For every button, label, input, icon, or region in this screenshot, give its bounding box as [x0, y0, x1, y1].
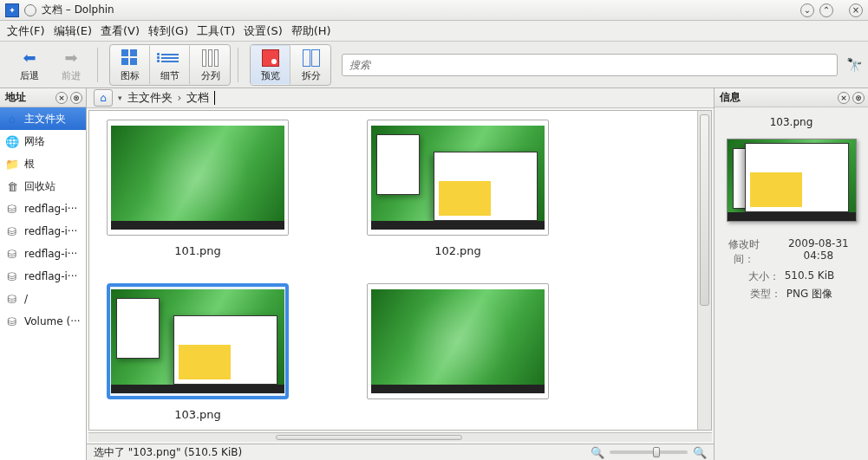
sidebar-item-3[interactable]: 🗑回收站	[0, 175, 86, 198]
scrollbar-vertical[interactable]	[697, 111, 711, 430]
menu-tools[interactable]: 工具(T)	[197, 23, 235, 39]
window-title: 文档 – Dolphin	[42, 3, 795, 17]
thumbnail	[367, 120, 549, 236]
trash-icon: 🗑	[5, 179, 19, 193]
info-preview	[727, 139, 857, 222]
close-button[interactable]: ×	[849, 3, 863, 17]
scrollbar-thumb[interactable]	[700, 114, 709, 306]
view-columns-button[interactable]: 分列	[190, 45, 230, 85]
menu-settings[interactable]: 设置(S)	[244, 23, 282, 39]
sidebar-item-label: /	[24, 293, 28, 305]
info-type-label: 类型：	[750, 287, 781, 301]
thumbnail	[107, 283, 289, 399]
app-icon: ✦	[5, 3, 19, 17]
zoom-knob[interactable]	[653, 447, 660, 457]
pin-icon[interactable]	[24, 4, 36, 16]
preview-split-group: 预览 拆分	[250, 44, 331, 86]
file-name: 102.png	[434, 244, 481, 257]
thumbnail	[107, 120, 289, 236]
info-mtime: 2009-08-31 04:58	[774, 237, 863, 267]
sidebar-item-2[interactable]: 📁根	[0, 152, 86, 175]
toolbar: ⬅ 后退 ➡ 前进 图标 细节 分列 预览 拆分 🔭	[0, 42, 868, 88]
view-icons-button[interactable]: 图标	[110, 45, 150, 85]
info-panel-title: 信息	[720, 90, 741, 105]
file-view[interactable]: 101.png102.png103.png	[89, 111, 697, 430]
sidebar-item-label: Volume (···	[24, 315, 81, 327]
scrollbar-thumb[interactable]	[276, 435, 463, 440]
sidebar-item-0[interactable]: ⌂主文件夹	[0, 107, 86, 130]
menu-file[interactable]: 文件(F)	[7, 23, 45, 39]
split-button[interactable]: 拆分	[290, 45, 330, 85]
search-box[interactable]	[342, 54, 838, 76]
file-item[interactable]: 101.png	[107, 120, 289, 257]
sidebar-item-7[interactable]: ⛁redflag-i···	[0, 265, 86, 288]
disk-icon: ⛁	[5, 292, 19, 306]
scrollbar-horizontal[interactable]	[88, 432, 712, 442]
maximize-button[interactable]: ⌃	[819, 3, 833, 17]
info-panel: 信息 × ⊗ 103.png 修改时间：2009-08-31 04:58 大小：…	[714, 88, 868, 460]
folder-icon: 📁	[5, 157, 19, 171]
breadcrumb-bar: ⌂ ▾ 主文件夹 › 文档	[87, 88, 714, 108]
file-name: 101.png	[174, 244, 221, 257]
breadcrumb-seg-home[interactable]: 主文件夹	[127, 90, 173, 106]
arrow-left-icon: ⬅	[19, 48, 40, 68]
sidebar-item-label: redflag-i···	[24, 225, 77, 237]
view-mode-group: 图标 细节 分列	[109, 44, 231, 86]
arrow-right-icon: ➡	[61, 48, 82, 68]
file-item[interactable]	[367, 283, 549, 421]
disk-icon: ⛁	[5, 314, 19, 328]
info-mtime-label: 修改时间：	[720, 237, 769, 267]
chevron-down-icon[interactable]: ▾	[118, 94, 122, 102]
file-item[interactable]: 103.png	[107, 283, 289, 421]
sidebar-item-6[interactable]: ⛁redflag-i···	[0, 243, 86, 265]
panel-lock-button[interactable]: ×	[55, 92, 68, 104]
sidebar-item-label: redflag-i···	[24, 203, 77, 215]
info-metadata: 修改时间：2009-08-31 04:58 大小：510.5 KiB 类型：PN…	[720, 237, 863, 301]
sidebar-item-4[interactable]: ⛁redflag-i···	[0, 198, 86, 220]
sidebar-item-label: 回收站	[24, 179, 55, 194]
info-size: 510.5 KiB	[785, 269, 835, 284]
file-item[interactable]: 102.png	[367, 120, 549, 257]
menu-view[interactable]: 查看(V)	[101, 23, 140, 39]
sidebar-item-9[interactable]: ⛁Volume (···	[0, 310, 86, 333]
forward-button[interactable]: ➡ 前进	[52, 45, 90, 85]
breadcrumb-seg-current[interactable]: 文档	[186, 90, 209, 106]
window-titlebar: ✦ 文档 – Dolphin ⌄ ⌃ ×	[0, 0, 868, 21]
view-details-button[interactable]: 细节	[150, 45, 190, 85]
columns-view-icon	[200, 48, 221, 68]
zoom-control: 🔍 🔍	[591, 445, 707, 459]
zoom-slider[interactable]	[610, 450, 688, 454]
menu-go[interactable]: 转到(G)	[148, 23, 188, 39]
text-cursor	[214, 91, 215, 105]
disk-icon: ⛁	[5, 224, 19, 238]
menu-help[interactable]: 帮助(H)	[291, 23, 331, 39]
sidebar-item-label: 根	[24, 157, 35, 172]
sidebar-item-1[interactable]: 🌐网络	[0, 130, 86, 152]
sidebar-item-label: redflag-i···	[24, 248, 77, 260]
status-text: 选中了 "103.png" (510.5 KiB)	[94, 445, 582, 460]
separator	[97, 48, 102, 82]
disk-icon: ⛁	[5, 247, 19, 261]
search-input[interactable]	[349, 59, 832, 71]
details-view-icon	[160, 48, 180, 68]
minimize-button[interactable]: ⌄	[800, 3, 814, 17]
places-panel-header: 地址 × ⊗	[0, 88, 86, 107]
zoom-in-button[interactable]: 🔍	[693, 445, 707, 459]
binoculars-icon[interactable]: 🔭	[846, 57, 863, 73]
sidebar-item-label: redflag-i···	[24, 270, 77, 282]
home-icon: ⌂	[5, 112, 19, 126]
statusbar: 选中了 "103.png" (510.5 KiB) 🔍 🔍	[87, 444, 714, 460]
panel-close-button[interactable]: ⊗	[70, 92, 82, 104]
panel-lock-button[interactable]: ×	[838, 92, 850, 104]
places-panel-title: 地址	[5, 90, 26, 105]
zoom-out-button[interactable]: 🔍	[591, 445, 604, 459]
panel-close-button[interactable]: ⊗	[852, 92, 865, 104]
menubar: 文件(F) 编辑(E) 查看(V) 转到(G) 工具(T) 设置(S) 帮助(H…	[0, 21, 868, 42]
sidebar-item-5[interactable]: ⛁redflag-i···	[0, 220, 86, 243]
globe-icon: 🌐	[5, 134, 19, 148]
sidebar-item-8[interactable]: ⛁/	[0, 288, 86, 310]
menu-edit[interactable]: 编辑(E)	[54, 23, 92, 39]
preview-button[interactable]: 预览	[251, 45, 290, 85]
breadcrumb-home-button[interactable]: ⌂	[94, 89, 113, 107]
back-button[interactable]: ⬅ 后退	[10, 45, 49, 85]
